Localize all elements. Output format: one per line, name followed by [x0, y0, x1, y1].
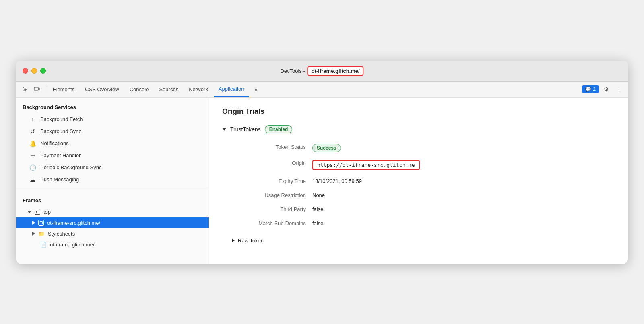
frames-section: Frames top ot-iframe-src.glitch.me/ — [16, 193, 209, 250]
enabled-badge: Enabled — [265, 125, 293, 133]
periodic-bg-sync-icon: 🕐 — [29, 164, 36, 171]
settings-button[interactable]: ⚙ — [601, 84, 612, 95]
frame-item-ot-iframe-src[interactable]: ot-iframe-src.glitch.me/ — [16, 217, 209, 228]
expiry-time-value: 13/10/2021, 00:59:59 — [312, 174, 615, 188]
tab-elements[interactable]: Elements — [48, 81, 79, 97]
triangle-right-icon — [32, 221, 35, 225]
title-bar-center: DevTools - ot-iframe.glitch.me/ — [280, 66, 363, 76]
tab-application[interactable]: Application — [214, 81, 249, 97]
notifications-icon: 🔔 — [29, 140, 36, 147]
tab-console[interactable]: Console — [125, 81, 154, 97]
stylesheets-label: Stylesheets — [48, 231, 75, 237]
ellipsis-icon: ⋮ — [616, 86, 622, 92]
payment-handler-label: Payment Handler — [40, 152, 80, 158]
triangle-right-raw — [232, 238, 235, 242]
bg-fetch-label: Background Fetch — [40, 116, 83, 122]
bg-fetch-icon: ↕ — [29, 116, 36, 123]
trust-tokens-label: TrustTokens — [230, 126, 261, 133]
maximize-button[interactable] — [40, 68, 46, 74]
main-layout: Background Services ↕ Background Fetch ↺… — [16, 98, 628, 264]
push-messaging-label: Push Messaging — [40, 176, 79, 183]
tab-css-overview[interactable]: CSS Overview — [80, 81, 124, 97]
token-header: TrustTokens Enabled — [222, 125, 615, 133]
page-title: Origin Trials — [222, 107, 615, 116]
content-area: Origin Trials TrustTokens Enabled Token … — [209, 98, 628, 264]
periodic-bg-sync-label: Periodic Background Sync — [40, 164, 101, 170]
traffic-lights — [23, 68, 46, 74]
frame-ot-iframe-label: ot-iframe.glitch.me/ — [50, 242, 95, 248]
sidebar-item-bg-sync[interactable]: ↺ Background Sync — [16, 125, 209, 137]
origin-label: Origin — [232, 156, 312, 174]
expiry-time-label: Expiry Time — [232, 174, 312, 188]
close-button[interactable] — [23, 68, 28, 74]
sidebar-item-notifications[interactable]: 🔔 Notifications — [16, 137, 209, 150]
match-sub-domains-label: Match Sub-Domains — [232, 216, 312, 230]
triangle-right-icon-ss — [32, 232, 35, 236]
frame-item-ot-iframe[interactable]: 📄 ot-iframe.glitch.me/ — [16, 239, 209, 250]
tab-sources[interactable]: Sources — [154, 81, 183, 97]
third-party-label: Third Party — [232, 202, 312, 216]
cursor-icon — [22, 86, 28, 92]
notifications-label: Notifications — [40, 140, 69, 146]
frame-top-label: top — [43, 209, 51, 215]
triangle-down-token — [222, 128, 226, 131]
gear-icon: ⚙ — [604, 86, 609, 92]
cursor-icon-btn[interactable] — [19, 84, 31, 95]
more-options-button[interactable]: ⋮ — [613, 84, 625, 95]
toolbar-right: 💬 2 ⚙ ⋮ — [582, 84, 625, 95]
device-icon-btn[interactable] — [31, 84, 43, 95]
title-url: ot-iframe.glitch.me/ — [308, 66, 364, 76]
usage-restriction-value: None — [312, 188, 615, 202]
token-status-label: Token Status — [232, 140, 312, 156]
bg-sync-icon: ↺ — [29, 128, 36, 135]
sidebar-item-push-messaging[interactable]: ☁ Push Messaging — [16, 174, 209, 186]
push-messaging-icon: ☁ — [29, 176, 36, 183]
match-sub-domains-value: false — [312, 216, 615, 230]
chat-icon: 💬 — [585, 86, 591, 92]
success-badge: Success — [312, 144, 341, 152]
origin-url: https://ot-iframe-src.glitch.me — [312, 160, 420, 170]
frame-ot-iframe-src-label: ot-iframe-src.glitch.me/ — [47, 220, 100, 226]
payment-handler-icon: ▭ — [29, 152, 36, 159]
file-icon: 📄 — [40, 242, 47, 248]
svg-rect-1 — [39, 88, 40, 90]
folder-icon: 📁 — [38, 231, 45, 237]
frame-item-stylesheets[interactable]: 📁 Stylesheets — [16, 228, 209, 239]
sidebar-item-payment-handler[interactable]: ▭ Payment Handler — [16, 150, 209, 162]
usage-restriction-label: Usage Restriction — [232, 188, 312, 202]
bg-services-header: Background Services — [16, 98, 209, 113]
title-bar: DevTools - ot-iframe.glitch.me/ — [16, 61, 628, 82]
origin-value: https://ot-iframe-src.glitch.me — [312, 156, 615, 174]
raw-token-label: Raw Token — [238, 238, 264, 244]
sidebar-item-bg-fetch[interactable]: ↕ Background Fetch — [16, 113, 209, 125]
chat-badge[interactable]: 💬 2 — [582, 85, 599, 93]
toolbar-divider-1 — [45, 85, 45, 93]
sidebar: Background Services ↕ Background Fetch ↺… — [16, 98, 209, 264]
chat-count: 2 — [593, 86, 596, 92]
device-icon — [34, 86, 40, 92]
detail-table: Token Status Success Origin https://ot-i… — [232, 140, 615, 230]
tab-network[interactable]: Network — [184, 81, 213, 97]
sidebar-item-periodic-bg-sync[interactable]: 🕐 Periodic Background Sync — [16, 162, 209, 174]
tab-more[interactable]: » — [250, 81, 262, 97]
third-party-value: false — [312, 202, 615, 216]
raw-token-row[interactable]: Raw Token — [232, 234, 615, 248]
sidebar-divider-1 — [16, 189, 209, 189]
trust-tokens-section: TrustTokens Enabled Token Status Success… — [222, 125, 615, 248]
minimize-button[interactable] — [31, 68, 37, 74]
frame-icon-inner-ot-iframe-src — [40, 221, 43, 224]
expand-icon-top — [27, 211, 31, 213]
devtools-label: DevTools - — [280, 68, 305, 74]
toolbar: Elements CSS Overview Console Sources Ne… — [16, 82, 628, 98]
frame-item-top[interactable]: top — [16, 207, 209, 217]
devtools-window: DevTools - ot-iframe.glitch.me/ Elements… — [16, 61, 628, 264]
frame-icon-ot-iframe-src — [38, 220, 44, 226]
frame-icon-inner-top — [36, 211, 39, 213]
frame-icon-top — [35, 209, 40, 215]
token-status-value: Success — [312, 140, 615, 156]
bg-sync-label: Background Sync — [40, 128, 81, 134]
frames-header: Frames — [16, 193, 209, 207]
svg-rect-0 — [34, 87, 38, 90]
